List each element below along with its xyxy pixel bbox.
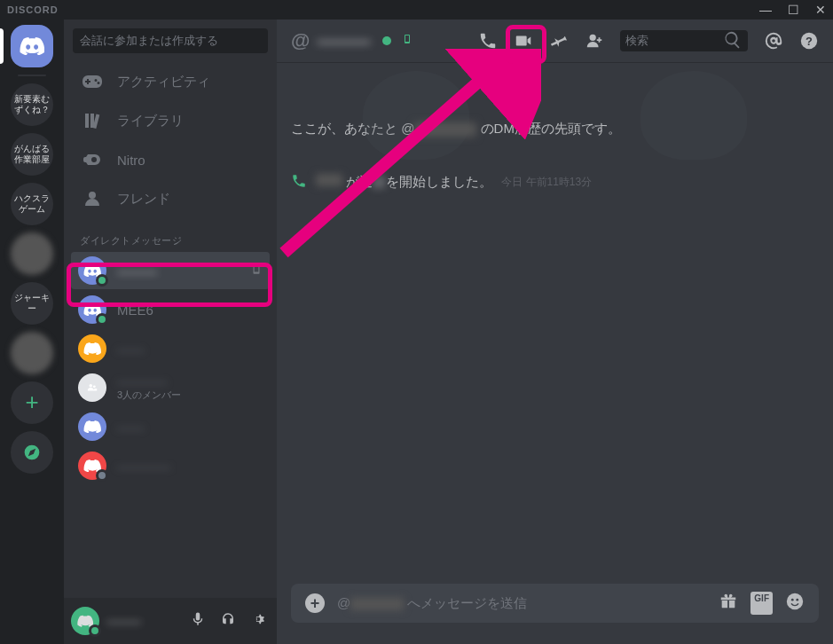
- maximize-button[interactable]: ☐: [788, 3, 799, 17]
- add-server-button[interactable]: +: [11, 381, 53, 424]
- at-icon: @: [291, 29, 310, 52]
- call-timestamp: 今日 午前11時13分: [501, 175, 592, 190]
- titlebar: DISCORD — ☐ ✕: [0, 0, 833, 20]
- dm-item-selected[interactable]: ———: [71, 252, 270, 289]
- status-online-icon: [96, 274, 108, 287]
- nav-label: アクティビティ: [117, 74, 210, 90]
- status-online-icon: [382, 36, 391, 45]
- nitro-icon: [82, 149, 103, 170]
- user-settings-button[interactable]: [247, 608, 270, 634]
- mobile-icon: [250, 261, 263, 280]
- svg-point-8: [787, 593, 803, 609]
- svg-point-9: [791, 599, 794, 601]
- server-item[interactable]: ハクスラゲーム: [11, 183, 53, 225]
- video-icon: [514, 31, 533, 51]
- help-icon: ?: [799, 31, 819, 51]
- chat-recipient-name: ————: [317, 34, 370, 49]
- self-username: ———: [106, 615, 179, 628]
- mobile-status-icon: [402, 32, 413, 50]
- close-button[interactable]: ✕: [815, 3, 826, 17]
- svg-point-3: [93, 385, 96, 388]
- server-item[interactable]: がんばる作業部屋: [11, 133, 53, 176]
- svg-point-10: [796, 599, 798, 601]
- dm-member-count: 3人のメンバー: [117, 389, 181, 402]
- dm-item[interactable]: ——: [71, 408, 270, 445]
- status-online-icon: [96, 313, 108, 326]
- attach-button[interactable]: +: [305, 593, 325, 613]
- gif-button[interactable]: GIF: [750, 592, 773, 615]
- window-controls: — ☐ ✕: [759, 3, 826, 17]
- avatar: [78, 256, 106, 285]
- mute-mic-button[interactable]: [186, 608, 209, 634]
- status-offline-icon: [96, 469, 108, 482]
- self-avatar[interactable]: [71, 607, 99, 635]
- headset-icon: [220, 611, 236, 627]
- compass-icon: [23, 444, 41, 461]
- help-button[interactable]: ?: [799, 31, 819, 51]
- server-item[interactable]: [11, 332, 53, 374]
- dm-username: ————: [117, 459, 263, 474]
- dm-username: ——: [117, 342, 263, 357]
- avatar: [78, 373, 106, 402]
- nav-label: ライブラリ: [117, 113, 184, 130]
- home-button[interactable]: [11, 25, 53, 67]
- app-logo: DISCORD: [7, 4, 59, 15]
- server-list: 新要素むずくね？ がんばる作業部屋 ハクスラゲーム ジャーキー +: [0, 20, 64, 644]
- start-video-call-button[interactable]: [514, 31, 533, 51]
- chat-body: ここが、あなたと @ のDM履歴の先頭です。 が通話を開始しました。 今日 午前…: [277, 62, 833, 584]
- dm-username: ——: [117, 420, 263, 435]
- minimize-button[interactable]: —: [759, 3, 772, 17]
- channel-sidebar: 会話に参加または作成する アクティビティ ライブラリ Nitro フレンド ダイ…: [64, 20, 277, 644]
- search-placeholder: 会話に参加または作成する: [80, 33, 218, 49]
- pinned-messages-button[interactable]: [549, 31, 569, 51]
- dm-item[interactable]: MEE6: [71, 291, 270, 328]
- dm-item[interactable]: ————: [71, 447, 270, 484]
- server-item[interactable]: ジャーキー: [11, 282, 53, 325]
- friends-icon: [82, 188, 103, 209]
- nav-label: Nitro: [117, 153, 145, 168]
- gamepad-icon: [82, 71, 103, 92]
- at-circle-icon: [764, 31, 783, 51]
- dm-item-group[interactable]: ———— 3人のメンバー: [71, 369, 270, 406]
- nav-label: フレンド: [117, 191, 170, 208]
- dm-section-header: ダイレクトメッセージ: [64, 218, 277, 251]
- start-voice-call-button[interactable]: [478, 31, 498, 51]
- add-friend-to-dm-button[interactable]: [585, 31, 604, 51]
- nav-library[interactable]: ライブラリ: [71, 102, 270, 139]
- server-item[interactable]: 新要素むずくね？: [11, 83, 53, 126]
- svg-rect-5: [405, 35, 409, 42]
- chat-header: @ ———— 検索 ?: [277, 20, 833, 62]
- find-conversation-input[interactable]: 会話に参加または作成する: [73, 28, 268, 53]
- nav-nitro[interactable]: Nitro: [71, 141, 270, 178]
- emoji-icon: [785, 592, 805, 611]
- add-user-icon: [585, 31, 604, 51]
- phone-icon: [478, 31, 498, 51]
- svg-text:?: ?: [805, 35, 813, 48]
- user-panel: ———: [64, 598, 277, 644]
- dm-item[interactable]: ——: [71, 330, 270, 367]
- gear-icon: [250, 611, 266, 627]
- message-placeholder: @ へメッセージを送信: [337, 595, 706, 612]
- avatar: [78, 334, 106, 363]
- call-started-message: が通話を開始しました。 今日 午前11時13分: [291, 173, 819, 192]
- emoji-button[interactable]: [785, 592, 805, 615]
- svg-rect-1: [255, 264, 259, 271]
- message-input[interactable]: + @ へメッセージを送信 GIF: [291, 584, 819, 623]
- avatar: [78, 412, 106, 441]
- explore-servers-button[interactable]: [11, 431, 53, 474]
- server-item[interactable]: [11, 232, 53, 275]
- search-input[interactable]: 検索: [620, 30, 748, 51]
- dm-username: ———: [117, 263, 240, 279]
- search-icon: [723, 30, 743, 52]
- mentions-button[interactable]: [764, 31, 783, 51]
- dm-groupname: ————: [117, 374, 181, 389]
- svg-point-2: [90, 384, 93, 388]
- search-placeholder: 検索: [625, 33, 648, 49]
- gift-button[interactable]: [719, 592, 738, 615]
- mic-icon: [190, 611, 206, 627]
- deafen-button[interactable]: [216, 608, 240, 634]
- pin-icon: [549, 31, 569, 51]
- discord-logo-icon: [20, 37, 44, 55]
- nav-friends[interactable]: フレンド: [71, 180, 270, 217]
- nav-activity[interactable]: アクティビティ: [71, 63, 270, 100]
